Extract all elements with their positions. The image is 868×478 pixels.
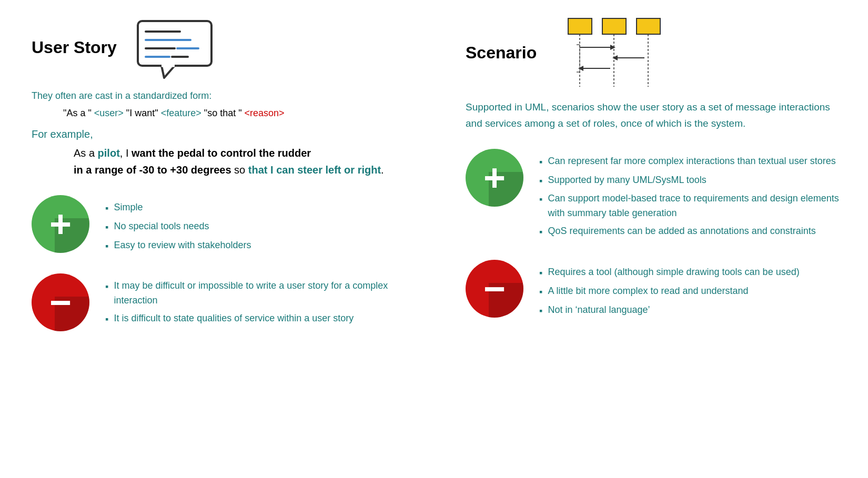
user-placeholder: <user> [94,108,124,118]
example-bold2: that I can steer left or right [248,164,381,176]
plus-icon-left: + [32,195,89,253]
user-story-title: User Story [32,38,117,57]
list-item: QoS requirements can be added as annotat… [539,224,842,240]
list-item: It may be difficult or impossible to wri… [105,279,408,308]
scenario-pros-row: + Can represent far more complex interac… [466,149,842,243]
svg-marker-16 [610,45,615,50]
left-column: User Story They often are cast in a stan… [0,0,434,478]
svg-marker-20 [578,66,583,71]
minus-icon-left: − [32,273,89,331]
user-story-header: User Story [32,16,408,79]
user-story-cons-row: − It may be difficult or impossible to w… [32,273,408,331]
scenario-title: Scenario [466,43,537,63]
user-story-pros-row: + Simple No special tools needs Easy to … [32,195,408,257]
scenario-description: Supported in UML, scenarios show the use… [466,99,842,132]
svg-rect-0 [138,21,211,66]
i-want: "I want" [124,108,161,118]
pilot-word: pilot [98,147,120,159]
list-item: A little bit more complex to read and un… [539,284,800,300]
right-column: Scenario [434,0,868,478]
svg-rect-11 [637,18,660,34]
list-item: Supported by many UML/SysML tools [539,173,842,189]
svg-marker-7 [162,66,175,78]
plus-symbol-right: + [483,159,506,197]
list-item: Requires a tool (although simple drawing… [539,265,800,281]
page: User Story They often are cast in a stan… [0,0,868,478]
minus-icon-right: − [466,260,523,318]
list-item: Can support model-based trace to require… [539,191,842,221]
chat-bubble-icon [133,16,217,79]
user-story-cons-list: It may be difficult or impossible to wri… [105,279,408,330]
feature-placeholder: <feature> [161,108,201,118]
scenario-header: Scenario [466,16,842,89]
example-text: As a pilot, I want the pedal to control … [74,145,408,178]
standardized-template: "As a " <user> "I want" <feature> "so th… [63,108,408,119]
so-that: "so that " [201,108,245,118]
svg-rect-10 [602,18,626,34]
scenario-cons-list: Requires a tool (although simple drawing… [539,265,800,322]
plus-icon-right: + [466,149,523,207]
minus-symbol-right: − [483,270,506,308]
list-item: Can represent far more complex interacti… [539,154,842,170]
scenario-cons-row: − Requires a tool (although simple drawi… [466,260,842,322]
quote1: "As a " [63,108,94,118]
list-item: It is difficult to state qualities of se… [105,311,408,327]
user-story-pros-list: Simple No special tools needs Easy to re… [105,200,251,257]
svg-rect-9 [568,18,592,34]
list-item: No special tools needs [105,219,251,235]
list-item: Easy to review with stakeholders [105,238,251,254]
plus-symbol-left: + [49,205,72,243]
list-item: Not in ‘natural language’ [539,303,800,319]
scenario-pros-list: Can represent far more complex interacti… [539,154,842,243]
for-example-label: For example, [32,128,408,140]
reason-placeholder: <reason> [245,108,285,118]
svg-marker-18 [612,55,618,60]
minus-symbol-left: − [49,283,72,321]
standardized-intro: They often are cast in a standardized fo… [32,88,408,104]
sequence-diagram-icon [563,16,668,89]
list-item: Simple [105,200,251,216]
